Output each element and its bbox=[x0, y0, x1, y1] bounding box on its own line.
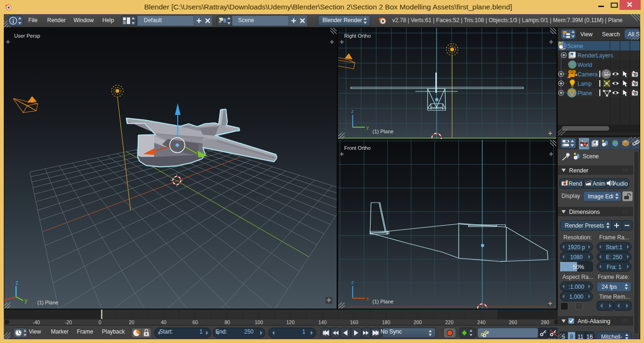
svg-text:z: z bbox=[351, 279, 354, 285]
svg-text:Frame Ra...: Frame Ra... bbox=[599, 234, 629, 241]
svg-text:Render: Render bbox=[569, 167, 588, 174]
svg-text:Scene: Scene bbox=[583, 153, 599, 160]
svg-text:Plane: Plane bbox=[578, 90, 592, 97]
svg-text:Scene: Scene bbox=[567, 43, 583, 49]
svg-text:Image Edi: Image Edi bbox=[588, 193, 613, 200]
svg-text:120: 120 bbox=[286, 319, 295, 325]
svg-text:Rend: Rend bbox=[569, 180, 582, 187]
svg-text:View: View bbox=[580, 31, 593, 38]
svg-text:Search: Search bbox=[602, 31, 620, 38]
svg-text:20: 20 bbox=[129, 319, 134, 325]
svg-text:Aspect Ra...: Aspect Ra... bbox=[562, 274, 593, 280]
svg-text:Anti-Aliasing: Anti-Aliasing bbox=[578, 318, 611, 325]
svg-text:Camera: Camera bbox=[578, 71, 598, 78]
svg-text:0: 0 bbox=[99, 319, 101, 325]
svg-text:60: 60 bbox=[192, 319, 198, 325]
svg-text:z: z bbox=[16, 279, 18, 286]
svg-text:RenderLayers: RenderLayers bbox=[578, 52, 613, 59]
svg-text:Start:1: Start:1 bbox=[606, 244, 623, 251]
svg-text:160: 160 bbox=[350, 319, 358, 325]
svg-text:World: World bbox=[578, 62, 592, 68]
svg-text::1.000: :1.000 bbox=[569, 284, 585, 290]
svg-text:1.000: 1.000 bbox=[569, 294, 583, 300]
svg-text:Audio: Audio bbox=[613, 180, 628, 187]
svg-text:180: 180 bbox=[382, 319, 390, 325]
svg-text:100: 100 bbox=[255, 319, 263, 325]
svg-text:Frame Rate:: Frame Rate: bbox=[598, 274, 629, 280]
svg-text:Lamp: Lamp bbox=[578, 81, 592, 87]
svg-text:8: 8 bbox=[570, 334, 573, 339]
svg-text:24 fps: 24 fps bbox=[602, 284, 617, 290]
svg-text:y: y bbox=[25, 297, 27, 304]
svg-text:Resolution:: Resolution: bbox=[563, 234, 592, 241]
svg-text:Time Rem...: Time Rem... bbox=[599, 294, 630, 300]
svg-text:Fra: 1: Fra: 1 bbox=[607, 264, 622, 270]
svg-text:-20: -20 bbox=[65, 319, 72, 325]
svg-text:E: 250: E: 250 bbox=[606, 254, 622, 261]
svg-text:x: x bbox=[366, 296, 369, 301]
svg-text:11: 11 bbox=[578, 334, 584, 339]
svg-text:Display: Display bbox=[561, 193, 580, 199]
svg-text:1080: 1080 bbox=[570, 254, 583, 261]
svg-text:140: 140 bbox=[318, 319, 327, 325]
svg-text:-40: -40 bbox=[33, 319, 40, 325]
svg-text:Dimensions: Dimensions bbox=[569, 209, 600, 215]
svg-text:280: 280 bbox=[541, 319, 549, 325]
svg-text:Mitchell-: Mitchell- bbox=[601, 334, 622, 339]
svg-text:Render Presets: Render Presets bbox=[565, 222, 604, 229]
svg-text:Anim: Anim bbox=[593, 180, 605, 187]
svg-text:40: 40 bbox=[161, 319, 166, 325]
svg-text:16: 16 bbox=[586, 334, 593, 339]
svg-text:200: 200 bbox=[413, 319, 422, 325]
svg-text:220: 220 bbox=[445, 319, 454, 325]
svg-text:y: y bbox=[366, 124, 369, 130]
svg-text:80: 80 bbox=[224, 319, 230, 325]
svg-text:50%: 50% bbox=[573, 264, 584, 270]
svg-text:1920 p: 1920 p bbox=[568, 244, 585, 251]
svg-text:260: 260 bbox=[509, 319, 517, 325]
svg-text:All S: All S bbox=[628, 31, 640, 38]
svg-text:z: z bbox=[351, 108, 354, 114]
svg-text:240: 240 bbox=[477, 319, 486, 325]
svg-text:x: x bbox=[4, 296, 7, 302]
